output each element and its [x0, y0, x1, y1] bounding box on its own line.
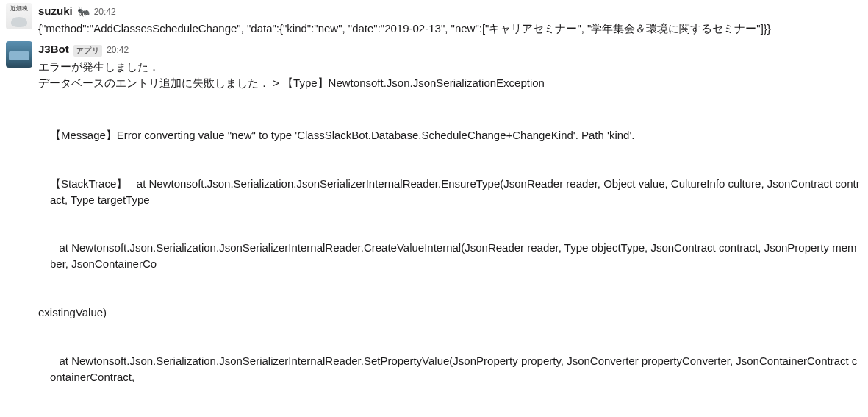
trace-message: 【Message】Error converting value "new" to…: [50, 127, 862, 143]
timestamp[interactable]: 20:42: [107, 44, 129, 57]
timestamp[interactable]: 20:42: [94, 6, 116, 19]
message-text[interactable]: {"method":"AddClassesScheduleChange", "d…: [38, 21, 862, 37]
status-emoji: 🐜: [77, 4, 90, 18]
message-text-line2[interactable]: データベースのエントリ追加に失敗しました． > 【Type】Newtonsoft…: [38, 75, 862, 91]
avatar[interactable]: [6, 3, 32, 29]
trace-line: existingValue): [38, 304, 862, 321]
avatar[interactable]: [6, 41, 32, 68]
message-content: J3Bot アプリ 20:42 エラーが発生しました． データベースのエントリ追…: [38, 41, 862, 417]
username[interactable]: suzuki: [38, 3, 73, 19]
trace-stacktrace-header: 【StackTrace】 at Newtonsoft.Json.Serializ…: [50, 176, 862, 208]
message-row: J3Bot アプリ 20:42 エラーが発生しました． データベースのエントリ追…: [0, 38, 868, 417]
message-content: suzuki 🐜 20:42 {"method":"AddClassesSche…: [38, 3, 862, 37]
username[interactable]: J3Bot: [38, 41, 69, 57]
message-row: suzuki 🐜 20:42 {"method":"AddClassesSche…: [0, 0, 868, 38]
message-text-line1[interactable]: エラーが発生しました．: [38, 59, 862, 75]
stack-trace-block[interactable]: 【Message】Error converting value "new" to…: [38, 95, 862, 417]
message-header: suzuki 🐜 20:42: [38, 3, 862, 19]
trace-line: at Newtonsoft.Json.Serialization.JsonSer…: [50, 240, 862, 272]
app-badge: アプリ: [73, 45, 103, 57]
trace-line: at Newtonsoft.Json.Serialization.JsonSer…: [50, 353, 862, 385]
message-header: J3Bot アプリ 20:42: [38, 41, 862, 57]
